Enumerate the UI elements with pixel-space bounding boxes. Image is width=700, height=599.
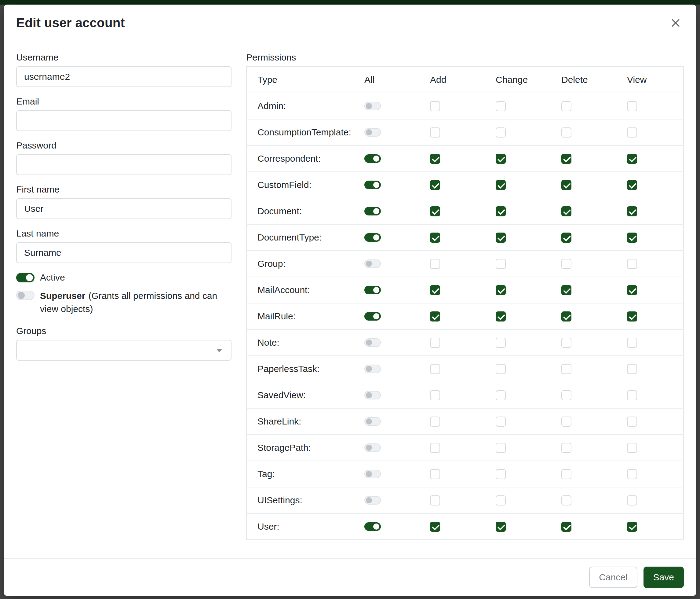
perm-change-checkbox[interactable] (496, 233, 506, 243)
perm-add-checkbox[interactable] (430, 364, 440, 374)
perm-all-toggle[interactable] (364, 181, 381, 189)
save-button[interactable]: Save (644, 567, 684, 588)
perm-delete-checkbox[interactable] (561, 496, 571, 505)
perm-view-checkbox[interactable] (627, 311, 637, 321)
perm-all-toggle[interactable] (364, 391, 381, 400)
perm-add-checkbox[interactable] (430, 338, 440, 348)
perm-add-checkbox[interactable] (430, 443, 440, 453)
perm-all-toggle[interactable] (364, 470, 381, 478)
password-input[interactable] (16, 154, 231, 175)
perm-change-checkbox[interactable] (496, 522, 506, 532)
perm-view-checkbox[interactable] (627, 206, 637, 216)
perm-change-checkbox[interactable] (496, 443, 506, 453)
perm-add-checkbox[interactable] (430, 496, 440, 505)
perm-view-checkbox[interactable] (627, 154, 637, 164)
perm-view-checkbox[interactable] (627, 416, 637, 427)
password-label: Password (16, 140, 231, 151)
perm-view-checkbox[interactable] (627, 469, 637, 479)
superuser-toggle[interactable] (16, 291, 34, 300)
perm-view-checkbox[interactable] (627, 338, 637, 348)
perm-delete-checkbox[interactable] (561, 522, 571, 532)
perm-change-checkbox[interactable] (496, 285, 506, 295)
perm-change-checkbox[interactable] (496, 311, 506, 321)
active-toggle[interactable] (16, 273, 34, 282)
perm-change-checkbox[interactable] (496, 101, 506, 111)
perm-change-checkbox[interactable] (496, 390, 506, 400)
perm-add-checkbox[interactable] (430, 206, 440, 216)
perm-change-checkbox[interactable] (496, 416, 506, 427)
perm-view-checkbox[interactable] (627, 285, 637, 295)
perm-add-checkbox[interactable] (430, 154, 440, 164)
perm-change-checkbox[interactable] (496, 259, 506, 269)
perm-delete-checkbox[interactable] (561, 233, 571, 243)
permission-type-label: User: (247, 513, 359, 540)
perm-delete-checkbox[interactable] (561, 364, 571, 374)
perm-add-checkbox[interactable] (430, 469, 440, 479)
perm-all-toggle[interactable] (364, 207, 381, 215)
perm-view-checkbox[interactable] (627, 496, 637, 505)
perm-add-checkbox[interactable] (430, 259, 440, 269)
perm-change-checkbox[interactable] (496, 180, 506, 190)
perm-add-checkbox[interactable] (430, 127, 440, 138)
perm-delete-checkbox[interactable] (561, 154, 571, 164)
perm-delete-checkbox[interactable] (561, 338, 571, 348)
permission-row: MailRule: (247, 303, 683, 330)
perm-all-toggle[interactable] (364, 260, 381, 268)
perm-all-toggle[interactable] (364, 102, 381, 110)
perm-delete-checkbox[interactable] (561, 259, 571, 269)
perm-all-toggle[interactable] (364, 154, 381, 163)
perm-delete-checkbox[interactable] (561, 127, 571, 138)
perm-change-checkbox[interactable] (496, 364, 506, 374)
perm-view-checkbox[interactable] (627, 364, 637, 374)
perm-view-checkbox[interactable] (627, 101, 637, 111)
perm-all-toggle[interactable] (364, 417, 381, 426)
perm-delete-checkbox[interactable] (561, 206, 571, 216)
perm-add-checkbox[interactable] (430, 233, 440, 243)
perm-change-checkbox[interactable] (496, 469, 506, 479)
cancel-button[interactable]: Cancel (589, 567, 637, 588)
perm-change-checkbox[interactable] (496, 154, 506, 164)
perm-all-toggle[interactable] (364, 286, 381, 294)
perm-view-checkbox[interactable] (627, 390, 637, 400)
perm-delete-checkbox[interactable] (561, 390, 571, 400)
perm-view-checkbox[interactable] (627, 127, 637, 138)
perm-add-checkbox[interactable] (430, 416, 440, 427)
perm-delete-checkbox[interactable] (561, 101, 571, 111)
perm-change-checkbox[interactable] (496, 206, 506, 216)
permission-type-label: SavedView: (247, 382, 359, 408)
perm-add-checkbox[interactable] (430, 180, 440, 190)
perm-all-toggle[interactable] (364, 365, 381, 373)
email-input[interactable] (16, 110, 231, 131)
close-button[interactable] (668, 16, 683, 30)
first-name-input[interactable] (16, 198, 231, 219)
perm-delete-checkbox[interactable] (561, 180, 571, 190)
perm-all-toggle[interactable] (364, 128, 381, 137)
perm-view-checkbox[interactable] (627, 259, 637, 269)
perm-view-checkbox[interactable] (627, 522, 637, 532)
perm-view-checkbox[interactable] (627, 180, 637, 190)
perm-all-toggle[interactable] (364, 522, 381, 531)
perm-add-checkbox[interactable] (430, 311, 440, 321)
perm-delete-checkbox[interactable] (561, 285, 571, 295)
perm-change-checkbox[interactable] (496, 338, 506, 348)
perm-all-toggle[interactable] (364, 496, 381, 505)
perm-delete-checkbox[interactable] (561, 469, 571, 479)
perm-view-checkbox[interactable] (627, 443, 637, 453)
perm-add-checkbox[interactable] (430, 101, 440, 111)
perm-change-checkbox[interactable] (496, 496, 506, 505)
perm-add-checkbox[interactable] (430, 285, 440, 295)
perm-view-checkbox[interactable] (627, 233, 637, 243)
username-input[interactable] (16, 66, 231, 87)
perm-all-toggle[interactable] (364, 444, 381, 452)
perm-all-toggle[interactable] (364, 312, 381, 320)
perm-delete-checkbox[interactable] (561, 416, 571, 427)
perm-all-toggle[interactable] (364, 338, 381, 347)
perm-change-checkbox[interactable] (496, 127, 506, 138)
perm-all-toggle[interactable] (364, 233, 381, 242)
perm-delete-checkbox[interactable] (561, 443, 571, 453)
last-name-input[interactable] (16, 242, 231, 263)
perm-add-checkbox[interactable] (430, 522, 440, 532)
perm-delete-checkbox[interactable] (561, 311, 571, 321)
perm-add-checkbox[interactable] (430, 390, 440, 400)
groups-select[interactable] (16, 340, 231, 361)
